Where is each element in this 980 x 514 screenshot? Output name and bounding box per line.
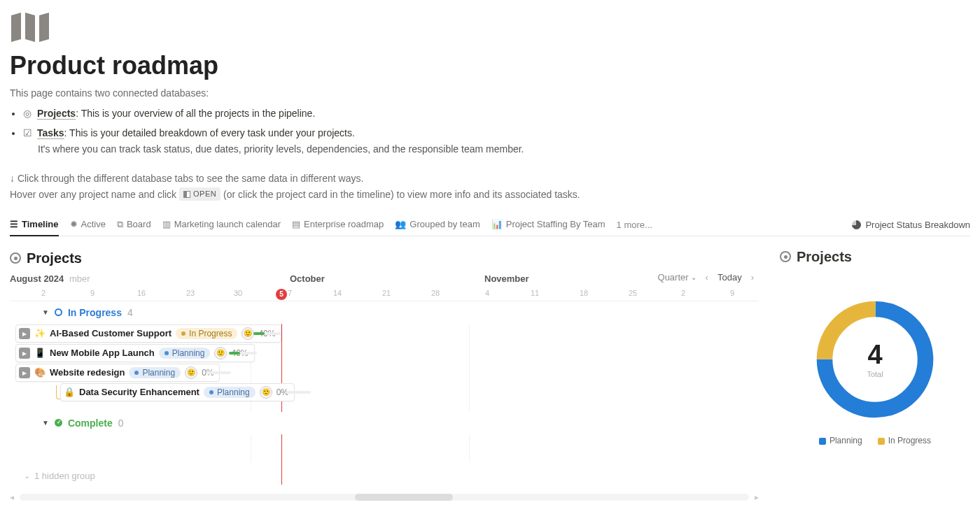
board-icon: ⧉ (117, 219, 123, 230)
timeline-icon: ☰ (10, 219, 18, 229)
tab-label: Marketing launch calendar (174, 219, 281, 229)
timeline-bar[interactable] (229, 352, 257, 355)
hint-line1: ↓ Click through the different database t… (10, 171, 970, 186)
tab-label: Enterprise roadmap (304, 219, 384, 229)
timeline-day-tick: 7 (288, 289, 292, 297)
expand-button[interactable]: ▸ (19, 328, 30, 339)
tab-grouped-by-team[interactable]: 👥 Grouped by team (395, 215, 479, 235)
people-icon: 👥 (395, 219, 406, 229)
timeline-day-tick: 28 (431, 289, 440, 297)
tasks-subdesc: It's where you can track task status, du… (38, 141, 970, 157)
tab-marketing-calendar[interactable]: ▥ Marketing launch calendar (162, 215, 281, 235)
intro-text: This page contains two connected databas… (10, 87, 970, 99)
expand-button[interactable]: ▸ (19, 367, 30, 378)
hint-suffix: (or click the project card in the timeli… (223, 189, 580, 200)
avatar: 🙂 (214, 347, 227, 359)
month-oct: October (290, 273, 325, 284)
group-count: 4 (127, 307, 133, 318)
right-view-label: Project Status Breakdown (865, 220, 970, 230)
sun-icon: ✹ (70, 219, 78, 229)
open-chip[interactable]: OPEN (179, 187, 220, 201)
tab-project-staffing[interactable]: 📊 Project Staffing By Team (491, 215, 606, 235)
projects-title: Projects (27, 250, 82, 266)
hidden-group-toggle[interactable]: ⌄ 1 hidden group (10, 462, 759, 487)
open-label: OPEN (193, 188, 216, 201)
project-row: ▸ 🎨 Website redesign Planning 🙂 0% (10, 363, 759, 383)
calendar-icon: ▥ (162, 219, 171, 229)
avatar: 🙂 (185, 366, 197, 379)
tasks-icon: ☑ (22, 125, 32, 141)
timeline-bar[interactable] (253, 332, 281, 335)
timeline-day-tick: 23 (186, 289, 195, 297)
timeline-day-row: 5 291623307142128411182529 (10, 289, 759, 301)
page-map-icon (10, 11, 970, 45)
projects-section-header: Projects (10, 250, 759, 266)
project-card[interactable]: 🔒 Data Security Enhancement Planning 🙂 0… (60, 383, 295, 401)
status-inprogress-icon (55, 308, 62, 316)
timeline-day-tick: 2 (681, 289, 685, 297)
timeline-horizontal-scrollbar[interactable]: ◂ ▸ (10, 492, 759, 502)
timeline-day-tick: 18 (580, 289, 588, 297)
sidebar-title: Projects (797, 249, 852, 265)
project-row: ▸ ✨ AI-Based Customer Support In Progres… (10, 324, 759, 343)
tab-label: Active (81, 219, 106, 229)
hidden-group-label: 1 hidden group (34, 471, 95, 481)
status-pill: In Progress (176, 328, 237, 339)
tab-label: Board (127, 219, 151, 229)
target-icon (780, 251, 791, 262)
tab-more[interactable]: 1 more... (617, 220, 652, 230)
expand-button[interactable]: ▸ (19, 348, 30, 359)
caret-down-icon[interactable]: ▼ (42, 419, 49, 427)
project-name: AI-Based Customer Support (50, 328, 172, 338)
group-in-progress[interactable]: ▼ In Progress 4 (10, 301, 759, 324)
timeline-day-tick: 14 (333, 289, 342, 297)
tasks-link[interactable]: Tasks (37, 127, 64, 139)
timeline-bar[interactable] (286, 391, 311, 394)
description-list: ◎ Projects: This is your overview of all… (10, 106, 970, 157)
status-donut-chart: 4 Total (808, 293, 941, 426)
page-title: Product roadmap (10, 51, 970, 80)
chart-legend: Planning In Progress (819, 436, 931, 445)
project-row: ▸ 📱 New Mobile App Launch Planning 🙂 40% (10, 343, 759, 363)
caret-down-icon[interactable]: ▼ (42, 308, 49, 316)
timeline-day-tick: 4 (485, 289, 489, 297)
projects-link[interactable]: Projects (37, 108, 76, 120)
group-count: 0 (118, 417, 124, 429)
hint-block: ↓ Click through the different database t… (10, 171, 970, 202)
hint-prefix: Hover over any project name and click (10, 189, 179, 200)
avatar: 🙂 (241, 327, 254, 340)
project-card[interactable]: ▸ 📱 New Mobile App Launch Planning 🙂 40% (15, 344, 255, 362)
status-pill: Planning (129, 367, 181, 378)
timeline-day-tick: 16 (137, 289, 146, 297)
group-complete[interactable]: ▼ Complete 0 (10, 412, 759, 434)
project-name: Data Security Enhancement (79, 387, 200, 397)
timeline-day-tick: 21 (382, 289, 391, 297)
tab-timeline[interactable]: ☰ Timeline (10, 215, 59, 236)
scroll-left-icon[interactable]: ◂ (10, 492, 14, 502)
avatar: 🙂 (260, 386, 272, 399)
tab-status-breakdown[interactable]: Project Status Breakdown (852, 220, 970, 230)
status-pill: Planning (159, 348, 211, 359)
target-icon (10, 252, 21, 264)
tab-board[interactable]: ⧉ Board (117, 215, 151, 236)
project-emoji: ✨ (34, 328, 46, 338)
timeline-day-tick: 2 (41, 289, 46, 297)
project-emoji: 📱 (34, 348, 46, 358)
tab-enterprise-roadmap[interactable]: ▤ Enterprise roadmap (292, 215, 384, 235)
project-emoji: 🎨 (34, 367, 46, 378)
timeline-bar[interactable] (206, 371, 231, 374)
project-emoji: 🔒 (64, 387, 75, 397)
donut-total: 4 (867, 340, 882, 370)
month-aug: August 2024 mber (10, 273, 90, 284)
month-nov: November (484, 273, 529, 284)
legend-planning: Planning (819, 436, 862, 445)
tab-active[interactable]: ✹ Active (70, 215, 106, 235)
tab-label: Grouped by team (410, 219, 479, 229)
timeline-today-marker: 5 (276, 289, 287, 300)
project-card[interactable]: ▸ 🎨 Website redesign Planning 🙂 0% (15, 364, 220, 382)
project-row: 🔒 Data Security Enhancement Planning 🙂 0… (10, 383, 759, 402)
scroll-right-icon[interactable]: ▸ (755, 492, 759, 502)
group-label: Complete (68, 417, 113, 429)
timeline-day-tick: 9 (730, 289, 734, 297)
project-card[interactable]: ▸ ✨ AI-Based Customer Support In Progres… (15, 324, 281, 343)
